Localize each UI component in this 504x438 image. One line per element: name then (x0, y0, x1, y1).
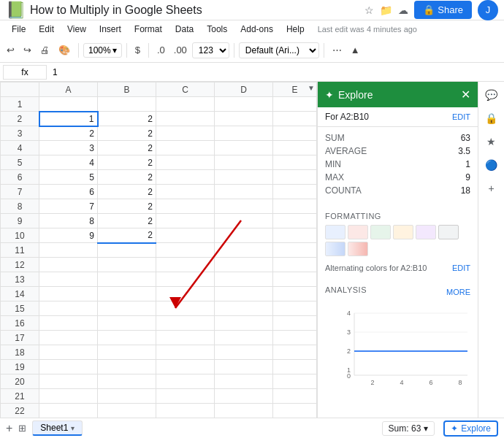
cell-d18[interactable] (215, 345, 273, 360)
cell-d19[interactable] (215, 360, 273, 374)
cell-e9[interactable] (273, 214, 317, 228)
cell-b15[interactable] (98, 301, 156, 316)
swatch-3[interactable] (370, 225, 391, 239)
cell-e18[interactable] (273, 345, 317, 360)
sum-display[interactable]: Sum: 63 ▾ (382, 421, 435, 436)
cell-c13[interactable] (156, 272, 215, 287)
formula-input[interactable] (50, 66, 501, 79)
cell-d13[interactable] (215, 272, 273, 287)
cell-c20[interactable] (156, 374, 215, 389)
cell-c8[interactable] (156, 199, 215, 214)
folder-icon[interactable]: 📁 (380, 4, 392, 16)
cell-a18[interactable] (39, 345, 98, 360)
cell-e14[interactable] (273, 287, 317, 301)
cell-b16[interactable] (98, 316, 156, 331)
menu-data[interactable]: Data (169, 23, 199, 36)
swatch-6[interactable] (438, 225, 459, 239)
col-header-e[interactable]: E ▼ (273, 82, 317, 97)
menu-help[interactable]: Help (280, 23, 310, 36)
cell-c18[interactable] (156, 345, 215, 360)
cell-a7[interactable]: 6 (39, 185, 98, 199)
circle-icon[interactable]: 🔵 (481, 155, 502, 175)
cell-d16[interactable] (215, 316, 273, 331)
cell-a22[interactable] (39, 404, 98, 418)
cell-b19[interactable] (98, 360, 156, 374)
cell-a3[interactable]: 2 (39, 126, 98, 141)
cell-c22[interactable] (156, 404, 215, 418)
cell-e19[interactable] (273, 360, 317, 374)
swatch-5[interactable] (416, 225, 436, 239)
cell-b3[interactable]: 2 (98, 126, 156, 141)
cell-c6[interactable] (156, 170, 215, 185)
star-icon[interactable]: ☆ (364, 4, 374, 16)
cell-b9[interactable]: 2 (98, 214, 156, 228)
cell-a12[interactable] (39, 258, 98, 272)
explore-button[interactable]: ✦ Explore (443, 420, 498, 437)
cell-a19[interactable] (39, 360, 98, 374)
col-header-d[interactable]: D (215, 82, 273, 97)
explore-close-button[interactable]: ✕ (461, 88, 470, 101)
cell-e2[interactable] (273, 112, 317, 126)
cell-e4[interactable] (273, 141, 317, 155)
cell-e20[interactable] (273, 374, 317, 389)
col-header-a[interactable]: A (39, 82, 98, 97)
cell-a14[interactable] (39, 287, 98, 301)
cell-d6[interactable] (215, 170, 273, 185)
swatch-4[interactable] (393, 225, 413, 239)
cell-b14[interactable] (98, 287, 156, 301)
col-header-c[interactable]: C (156, 82, 215, 97)
cell-d22[interactable] (215, 404, 273, 418)
paint-format-button[interactable]: 🎨 (55, 42, 74, 58)
number-format-select[interactable]: 123 (192, 42, 229, 58)
cell-d17[interactable] (215, 331, 273, 345)
cell-a5[interactable]: 4 (39, 155, 98, 170)
redo-button[interactable]: ↪ (20, 42, 35, 58)
cell-c16[interactable] (156, 316, 215, 331)
cell-e13[interactable] (273, 272, 317, 287)
cell-e1[interactable] (273, 97, 317, 112)
cell-d9[interactable] (215, 214, 273, 228)
menu-view[interactable]: View (61, 23, 92, 36)
cell-b11[interactable] (98, 243, 156, 258)
cloud-icon[interactable]: ☁ (398, 4, 408, 16)
swatch-7[interactable] (325, 242, 345, 256)
decimal-increase-button[interactable]: .00 (170, 42, 191, 58)
menu-insert[interactable]: Insert (93, 23, 127, 36)
cell-a4[interactable]: 3 (39, 141, 98, 155)
cell-c7[interactable] (156, 185, 215, 199)
cell-c15[interactable] (156, 301, 215, 316)
cell-d20[interactable] (215, 374, 273, 389)
more-formats-button[interactable]: ⋯ (329, 42, 345, 58)
cell-b13[interactable] (98, 272, 156, 287)
font-select[interactable]: Default (Ari...) (239, 42, 319, 58)
sheet1-tab[interactable]: Sheet1 ▾ (32, 420, 83, 436)
explore-edit-button[interactable]: EDIT (452, 112, 470, 121)
cell-b21[interactable] (98, 389, 156, 404)
cell-d2[interactable] (215, 112, 273, 126)
cell-c21[interactable] (156, 389, 215, 404)
cell-a2[interactable]: 1 (39, 112, 98, 126)
swatch-1[interactable] (325, 225, 345, 239)
cell-a13[interactable] (39, 272, 98, 287)
cell-e10[interactable] (273, 228, 317, 243)
cell-d3[interactable] (215, 126, 273, 141)
cell-c19[interactable] (156, 360, 215, 374)
add-sheet-button[interactable]: + (6, 422, 12, 435)
alternating-edit-button[interactable]: EDIT (452, 264, 470, 272)
cell-b8[interactable]: 2 (98, 199, 156, 214)
cell-c5[interactable] (156, 155, 215, 170)
cell-d5[interactable] (215, 155, 273, 170)
cell-d21[interactable] (215, 389, 273, 404)
cell-c12[interactable] (156, 258, 215, 272)
cell-a8[interactable]: 7 (39, 199, 98, 214)
cell-a9[interactable]: 8 (39, 214, 98, 228)
undo-button[interactable]: ↩ (3, 42, 18, 58)
cell-c10[interactable] (156, 228, 215, 243)
cell-d7[interactable] (215, 185, 273, 199)
menu-format[interactable]: Format (129, 23, 168, 36)
cell-b4[interactable]: 2 (98, 141, 156, 155)
comments-icon[interactable]: 💬 (481, 85, 502, 105)
cell-a6[interactable]: 5 (39, 170, 98, 185)
cell-c17[interactable] (156, 331, 215, 345)
col-header-b[interactable]: B (98, 82, 156, 97)
